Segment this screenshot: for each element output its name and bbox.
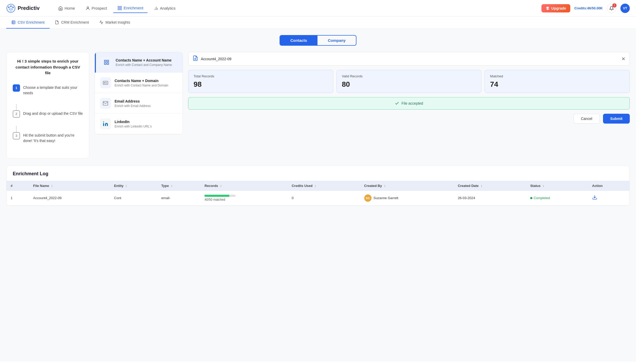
template-contacts-name-domain[interactable]: Contacts Name + Domain Enrich with Conta… xyxy=(95,73,183,93)
upgrade-button[interactable]: Upgrade xyxy=(541,4,570,12)
sub-nav-crm-label: CRM Enrichment xyxy=(61,20,89,24)
step-connector-1 xyxy=(16,104,17,110)
col-credits[interactable]: Credits Used ↕ xyxy=(288,181,360,191)
stat-value-0: 98 xyxy=(194,80,328,89)
file-panel: Account4_2022-09 ✕ Total Records 98 Vali… xyxy=(188,52,630,124)
svg-rect-10 xyxy=(118,8,119,10)
svg-rect-11 xyxy=(120,8,121,10)
step-1-text: Choose a template that suits your needs xyxy=(23,84,83,96)
row-date: 26-03-2024 xyxy=(454,191,526,206)
toggle-company[interactable]: Company xyxy=(317,36,356,45)
col-action: Action xyxy=(588,181,630,191)
template-2-desc: Enrich with Email Address xyxy=(115,104,151,108)
credits-label: Credits: xyxy=(574,6,587,10)
table-row: 1 Account4_2022-09 Cont email- 40/50 mat… xyxy=(6,191,630,206)
stat-total-records: Total Records 98 xyxy=(188,70,333,93)
sub-nav-insights-label: Market Insights xyxy=(105,20,130,24)
col-type[interactable]: Type ↕ xyxy=(157,181,201,191)
svg-point-27 xyxy=(103,122,104,123)
row-credits: 0 xyxy=(288,191,360,206)
nav-home[interactable]: Home xyxy=(54,4,79,13)
steps-title: Hi ! 3 simple steps to enrich your conta… xyxy=(13,58,83,76)
template-1-desc: Enrich with Contact Name and Domain xyxy=(115,84,168,87)
template-1-title: Contacts Name + Domain xyxy=(115,79,168,83)
row-created-by: SG Suzanne Garrett xyxy=(360,191,454,206)
svg-point-3 xyxy=(12,6,14,8)
template-contacts-name-account[interactable]: Contacts Name + Account Name Enrich with… xyxy=(95,52,183,73)
svg-rect-9 xyxy=(120,6,121,8)
toggle-container: Contacts Company xyxy=(6,35,630,46)
svg-point-24 xyxy=(104,82,105,83)
nav-prospect-label: Prospect xyxy=(92,6,107,10)
template-info-2: Contacts Name + Domain Enrich with Conta… xyxy=(115,79,168,87)
template-info-3: Email Address Enrich with Email Address xyxy=(115,99,151,108)
progress-bar-container xyxy=(204,195,236,197)
csv-icon xyxy=(193,55,198,62)
credits-display: Credits:46/50.00K xyxy=(574,6,603,10)
row-records: 40/50 matched xyxy=(200,191,287,206)
nav-analytics[interactable]: Analytics xyxy=(150,4,180,13)
step-connector-2 xyxy=(16,126,17,132)
nav-prospect[interactable]: Prospect xyxy=(81,4,111,13)
template-info-4: LinkedIn Enrich with LinkedIn URL's xyxy=(115,120,152,128)
col-filename[interactable]: File Name ↕ xyxy=(29,181,110,191)
template-2-title: Email Address xyxy=(115,99,151,103)
notification-button[interactable]: 1 xyxy=(607,4,616,13)
creator-name: Suzanne Garrett xyxy=(374,196,398,200)
template-linkedin[interactable]: LinkedIn Enrich with LinkedIn URL's xyxy=(95,114,183,134)
step-2-text: Drag and drop or upload the CSV file xyxy=(23,110,83,116)
close-button[interactable]: ✕ xyxy=(621,56,625,62)
stat-value-2: 74 xyxy=(490,80,624,89)
enrichment-log-section: Enrichment Log # File Name ↕ Entity ↕ Ty… xyxy=(6,166,630,206)
col-created-date[interactable]: Created Date ↕ xyxy=(454,181,526,191)
col-num: # xyxy=(6,181,29,191)
svg-rect-19 xyxy=(104,60,106,62)
template-icon-linkedin xyxy=(100,118,111,129)
step-1-num: 1 xyxy=(13,84,20,92)
col-created-by[interactable]: Created By ↕ xyxy=(360,181,454,191)
file-name: Account4_2022-09 xyxy=(201,57,621,61)
templates-panel: Contacts Name + Account Name Enrich with… xyxy=(95,52,183,134)
main-nav: Home Prospect Enrichment Analytics xyxy=(54,4,533,13)
step-3: 3 Hit the submit button and you're done!… xyxy=(13,132,83,144)
row-status: Completed xyxy=(526,191,588,206)
cancel-button[interactable]: Cancel xyxy=(573,114,600,124)
nav-enrichment-label: Enrichment xyxy=(124,6,143,10)
main-content: Contacts Company Hi ! 3 simple steps to … xyxy=(0,29,636,362)
step-3-num: 3 xyxy=(13,132,20,139)
col-status[interactable]: Status ↕ xyxy=(526,181,588,191)
template-email-address[interactable]: Email Address Enrich with Email Address xyxy=(95,93,183,114)
svg-point-7 xyxy=(87,7,89,8)
stat-label-2: Matched xyxy=(490,74,624,78)
sub-nav-csv[interactable]: CSV Enrichment xyxy=(6,17,50,29)
toggle-group: Contacts Company xyxy=(280,35,357,46)
col-entity[interactable]: Entity ↕ xyxy=(110,181,157,191)
table-header-row: # File Name ↕ Entity ↕ Type ↕ Records ↕ … xyxy=(6,181,630,191)
submit-button[interactable]: Submit xyxy=(603,114,630,124)
template-0-title: Contacts Name + Account Name xyxy=(116,58,172,62)
nav-enrichment[interactable]: Enrichment xyxy=(113,4,148,13)
credits-used: 46 xyxy=(587,6,591,10)
svg-rect-21 xyxy=(107,63,109,64)
col-records[interactable]: Records ↕ xyxy=(200,181,287,191)
file-header: Account4_2022-09 ✕ xyxy=(188,52,630,66)
logo[interactable]: Predictiv xyxy=(6,4,39,13)
row-filename: Account4_2022-09 xyxy=(29,191,110,206)
svg-point-2 xyxy=(10,5,12,7)
avatar[interactable]: VT xyxy=(620,4,630,13)
sub-nav: CSV Enrichment CRM Enrichment Market Ins… xyxy=(0,17,636,29)
nav-analytics-label: Analytics xyxy=(160,6,176,10)
toggle-contacts[interactable]: Contacts xyxy=(280,36,317,45)
file-accepted-banner: File accepted xyxy=(188,97,630,110)
creator-avatar: SG xyxy=(364,194,372,202)
upgrade-label: Upgrade xyxy=(551,6,566,10)
row-entity: Cont xyxy=(110,191,157,206)
progress-bar-fill xyxy=(204,195,229,197)
stat-matched: Matched 74 xyxy=(485,70,630,93)
sub-nav-crm[interactable]: CRM Enrichment xyxy=(50,17,94,29)
stat-valid-records: Valid Records 80 xyxy=(336,70,482,93)
action-row: Cancel Submit xyxy=(188,114,630,124)
download-button[interactable] xyxy=(592,195,597,201)
sub-nav-insights[interactable]: Market Insights xyxy=(94,17,135,29)
row-num: 1 xyxy=(6,191,29,206)
